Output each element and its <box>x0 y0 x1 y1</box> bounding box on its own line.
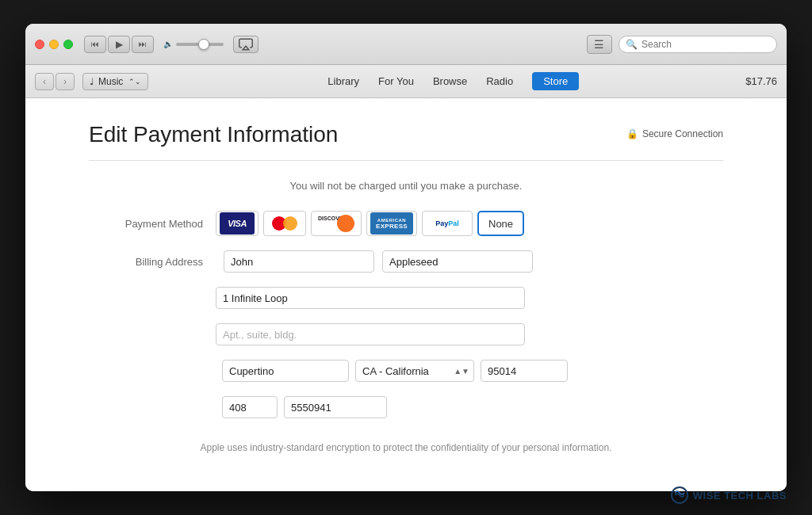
billing-address-row: Billing Address <box>89 250 723 273</box>
back-button[interactable]: ‹ <box>35 73 54 90</box>
paypal-icon: Pay Pal <box>426 212 469 235</box>
city-state-zip-row: CA - California NY - New York TX - Texas… <box>89 360 723 382</box>
payment-cards: VISA DISCOVER AMERICAN <box>216 211 524 236</box>
nav-library[interactable]: Library <box>327 75 359 87</box>
back-forward-buttons: ‹ › <box>35 73 75 90</box>
nav-store[interactable]: Store <box>532 72 579 90</box>
secure-connection-label: Secure Connection <box>642 128 723 139</box>
phone-row <box>89 396 723 418</box>
page-header: Edit Payment Information 🔒 Secure Connec… <box>89 122 723 147</box>
paypal-button[interactable]: Pay Pal <box>422 211 473 236</box>
close-button[interactable] <box>35 40 44 49</box>
main-content: Edit Payment Information 🔒 Secure Connec… <box>25 98 787 491</box>
source-label: Music <box>98 76 123 87</box>
city-input[interactable] <box>222 360 349 382</box>
lock-icon: 🔒 <box>626 128 638 139</box>
privacy-notice: Apple uses industry-standard encryption … <box>89 442 723 461</box>
street-row <box>89 287 723 309</box>
mastercard-icon <box>267 212 302 235</box>
none-button[interactable]: None <box>477 211 524 236</box>
play-button[interactable]: ▶ <box>108 36 130 53</box>
search-bar[interactable]: 🔍 <box>619 36 777 53</box>
amex-icon: AMERICAN EXPRESS <box>370 212 413 235</box>
state-select-wrapper: CA - California NY - New York TX - Texas… <box>355 360 474 382</box>
amex-button[interactable]: AMERICAN EXPRESS <box>366 211 417 236</box>
charge-notice: You will not be charged until you make a… <box>89 180 723 192</box>
watermark-label: WISE TECH LABS <box>693 490 787 502</box>
airplay-button[interactable] <box>233 36 259 53</box>
state-select[interactable]: CA - California NY - New York TX - Texas <box>355 360 474 382</box>
mastercard-button[interactable] <box>263 211 306 236</box>
street-input[interactable] <box>216 287 525 309</box>
payment-method-label: Payment Method <box>89 218 216 230</box>
zip-input[interactable] <box>481 360 568 382</box>
maximize-button[interactable] <box>63 40 73 49</box>
divider <box>89 160 723 161</box>
forward-button[interactable]: › <box>56 73 75 90</box>
apt-input[interactable] <box>216 323 525 345</box>
billing-address-label: Billing Address <box>89 256 216 268</box>
playback-controls: ⏮ ▶ ⏭ <box>84 36 154 53</box>
discover-icon: DISCOVER <box>315 212 358 235</box>
volume-track <box>176 43 224 46</box>
nav-radio[interactable]: Radio <box>486 75 513 87</box>
volume-slider[interactable]: 🔈 <box>163 40 224 48</box>
account-balance: $17.76 <box>745 75 777 87</box>
discover-button[interactable]: DISCOVER <box>311 211 362 236</box>
minimize-button[interactable] <box>49 40 59 49</box>
source-chevron-icon: ⌃⌄ <box>128 78 141 86</box>
volume-min-icon: 🔈 <box>163 40 173 48</box>
rewind-button[interactable]: ⏮ <box>84 36 106 53</box>
fast-forward-button[interactable]: ⏭ <box>132 36 154 53</box>
volume-thumb <box>198 39 209 50</box>
traffic-lights <box>35 40 73 49</box>
titlebar: ⏮ ▶ ⏭ 🔈 ☰ 🔍 <box>25 24 787 65</box>
visa-icon: VISA <box>220 212 255 235</box>
list-view-button[interactable]: ☰ <box>587 35 612 54</box>
watermark: WISE TECH LABS <box>671 486 787 504</box>
first-name-input[interactable] <box>224 250 374 273</box>
page-title: Edit Payment Information <box>89 122 338 147</box>
search-input[interactable] <box>642 39 760 50</box>
wise-tech-labs-logo <box>671 486 688 504</box>
app-window: ⏮ ▶ ⏭ 🔈 ☰ 🔍 ‹ › <box>25 24 787 491</box>
phone-area-input[interactable] <box>222 396 278 418</box>
nav-links: Library For You Browse Radio Store <box>161 72 745 90</box>
phone-number-input[interactable] <box>284 396 387 418</box>
search-icon: 🔍 <box>626 39 638 50</box>
nav-browse[interactable]: Browse <box>433 75 467 87</box>
last-name-input[interactable] <box>382 250 533 273</box>
music-note-icon: ♩ <box>90 76 94 87</box>
payment-method-row: Payment Method VISA DISCOVER <box>89 211 723 236</box>
visa-button[interactable]: VISA <box>216 211 259 236</box>
navbar: ‹ › ♩ Music ⌃⌄ Library For You Browse Ra… <box>25 65 787 98</box>
nav-for-you[interactable]: For You <box>378 75 414 87</box>
svg-marker-0 <box>243 46 249 50</box>
secure-connection: 🔒 Secure Connection <box>626 128 723 139</box>
source-selector[interactable]: ♩ Music ⌃⌄ <box>82 73 148 90</box>
apt-row <box>89 323 723 345</box>
